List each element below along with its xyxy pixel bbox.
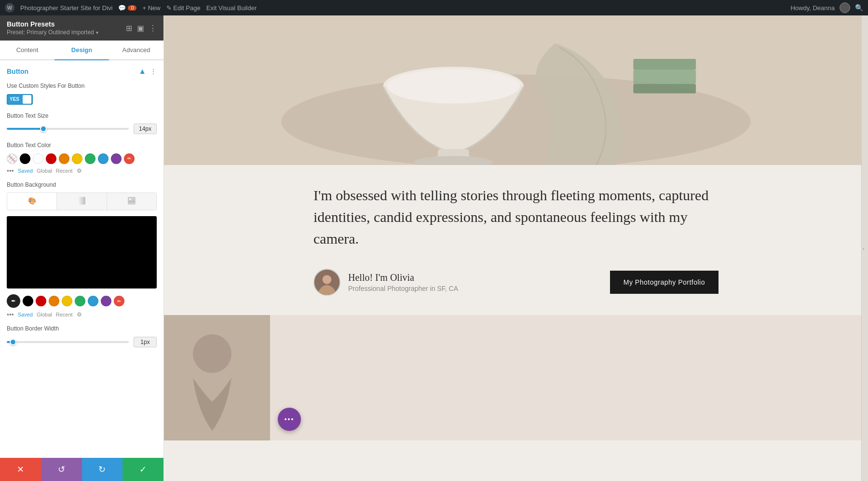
swatch-white[interactable]	[33, 153, 43, 164]
panel-header: Button Presets Preset: Primary Outlined …	[0, 15, 163, 41]
right-edge-panel: ›	[861, 15, 868, 481]
tab-content[interactable]: Content	[0, 41, 54, 60]
portfolio-button[interactable]: My Photography Portfolio	[610, 271, 719, 294]
undo-button[interactable]: ↺	[41, 458, 82, 481]
global-label-bottom: Global	[37, 312, 52, 317]
bottom-swatch-yellow[interactable]	[62, 296, 72, 306]
bg-tab-color[interactable]: 🎨	[7, 193, 57, 210]
preset-label: Preset: Primary Outlined imported	[7, 29, 94, 36]
new-button[interactable]: + New	[142, 4, 160, 12]
bottom-swatch-red[interactable]	[36, 296, 46, 306]
swatch-blue[interactable]	[98, 153, 108, 164]
svg-rect-1	[128, 197, 136, 205]
tabs-row: Content Design Advanced	[0, 41, 163, 60]
color-footer-bottom: ••• Saved Global Recent ⚙	[7, 311, 157, 318]
collapse-button[interactable]: ▲	[138, 67, 146, 76]
save-button[interactable]: ✓	[122, 458, 163, 481]
howdy-label: Howdy, Deanna	[790, 4, 835, 12]
author-avatar	[313, 269, 340, 296]
cancel-button[interactable]: ✕	[0, 458, 41, 481]
expand-icon[interactable]: ⊞	[126, 24, 132, 33]
svg-point-6	[387, 69, 520, 103]
bg-tab-gradient[interactable]	[57, 193, 107, 210]
admin-bar-left: W Photographer Starter Site for Divi 💬 0…	[5, 3, 785, 13]
svg-rect-10	[633, 70, 696, 84]
color-swatches-row: ✏	[7, 153, 157, 164]
recent-label-top: Recent	[56, 168, 73, 174]
fab-button[interactable]: •••	[278, 408, 301, 431]
more-options-icon[interactable]: ⋮	[149, 24, 157, 33]
admin-bar-right: Howdy, Deanna 🔍	[790, 2, 863, 13]
swatch-black[interactable]	[20, 153, 30, 164]
swatch-yellow[interactable]	[72, 153, 82, 164]
admin-bar: W Photographer Starter Site for Divi 💬 0…	[0, 0, 868, 15]
section-more-icon[interactable]: ⋮	[150, 68, 157, 75]
border-width-field: Button Border Width 1px	[7, 325, 157, 347]
panel-icons: ⊞ ▣ ⋮	[126, 24, 157, 33]
text-size-fill	[7, 128, 43, 130]
text-size-thumb[interactable]	[40, 125, 47, 132]
undo-icon: ↺	[58, 464, 65, 475]
panel-title: Button Presets	[7, 20, 98, 28]
border-width-slider-row: 1px	[7, 337, 157, 347]
bottom-swatch-purple[interactable]	[101, 296, 111, 306]
section-controls: ▲ ⋮	[138, 67, 157, 76]
author-name: Hello! I'm Olivia	[348, 272, 458, 283]
author-subtitle: Professional Photographer in SF, CA	[348, 285, 458, 292]
text-size-track	[7, 128, 129, 130]
text-size-label: Button Text Size	[7, 112, 157, 120]
bottom-swatch-pen[interactable]: ✏	[114, 296, 124, 306]
author-details: Hello! I'm Olivia Professional Photograp…	[348, 272, 458, 292]
swatch-transparent[interactable]	[7, 153, 17, 164]
toggle-wrap: YES	[7, 94, 157, 105]
bottom-swatch-green[interactable]	[75, 296, 85, 306]
dots-icon-top[interactable]: •••	[7, 167, 14, 175]
tab-advanced[interactable]: Advanced	[109, 41, 163, 60]
swatch-pen[interactable]: ✏	[124, 153, 135, 164]
bg-tab-image[interactable]	[107, 193, 156, 210]
eyedropper-button[interactable]: ✒	[7, 294, 20, 308]
layout-icon[interactable]: ▣	[137, 24, 144, 33]
saved-label-bottom: Saved	[18, 312, 33, 317]
text-size-value[interactable]: 14px	[134, 124, 157, 134]
saved-label-top: Saved	[18, 168, 33, 174]
svg-rect-0	[78, 197, 85, 205]
right-edge-arrow-icon: ›	[863, 246, 864, 251]
wp-logo-icon[interactable]: W	[5, 3, 14, 13]
custom-styles-toggle[interactable]: YES	[7, 94, 33, 105]
border-width-thumb[interactable]	[10, 339, 16, 345]
toggle-label: Use Custom Styles For Button	[7, 82, 157, 90]
content-area: ↩	[164, 15, 868, 481]
edit-page-button[interactable]: ✎ Edit Page	[166, 4, 201, 12]
tab-design[interactable]: Design	[54, 41, 109, 60]
page-content: I'm obsessed with telling stories throug…	[294, 165, 738, 315]
chevron-down-icon: ▾	[96, 30, 98, 35]
redo-button[interactable]: ↻	[82, 458, 123, 481]
svg-rect-9	[633, 59, 696, 70]
swatch-purple[interactable]	[111, 153, 122, 164]
color-settings-icon-top[interactable]: ⚙	[77, 167, 82, 174]
bottom-toolbar: ✕ ↺ ↻ ✓	[0, 458, 163, 481]
dots-icon-bottom[interactable]: •••	[7, 311, 14, 318]
swatch-green[interactable]	[85, 153, 95, 164]
panel-content: Button ▲ ⋮ Use Custom Styles For Button …	[0, 60, 163, 458]
bottom-swatch-blue[interactable]	[88, 296, 98, 306]
bottom-color-row: ✒ ✏	[7, 294, 157, 308]
color-settings-icon-bottom[interactable]: ⚙	[77, 311, 82, 318]
redo-icon: ↻	[98, 464, 106, 475]
text-size-slider-row: 14px	[7, 124, 157, 134]
comment-icon: 💬	[118, 4, 126, 12]
bottom-swatch-black[interactable]	[23, 296, 33, 306]
bottom-swatch-orange[interactable]	[49, 296, 59, 306]
cancel-icon: ✕	[17, 464, 24, 475]
author-info: Hello! I'm Olivia Professional Photograp…	[313, 269, 458, 296]
toggle-yes-label: YES	[7, 96, 19, 102]
swatch-red[interactable]	[46, 153, 56, 164]
border-width-label: Button Border Width	[7, 325, 157, 333]
panel-header-left: Button Presets Preset: Primary Outlined …	[7, 20, 98, 36]
comments-link[interactable]: 💬 0	[118, 4, 136, 12]
search-icon[interactable]: 🔍	[855, 4, 863, 12]
exit-builder-button[interactable]: Exit Visual Builder	[206, 4, 257, 12]
border-width-value[interactable]: 1px	[134, 337, 157, 347]
swatch-orange[interactable]	[59, 153, 69, 164]
